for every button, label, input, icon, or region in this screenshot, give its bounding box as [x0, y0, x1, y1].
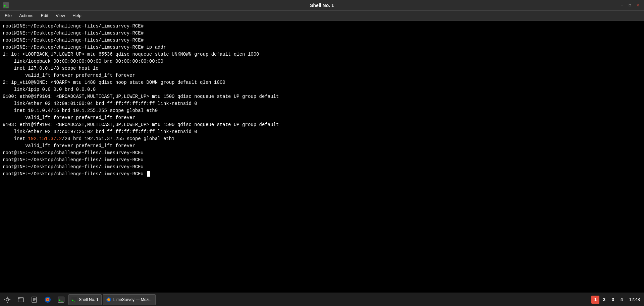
svg-text:▶_: ▶_ — [59, 298, 63, 302]
term-line: root@INE:~/Desktop/challenge-files/Limes… — [3, 149, 641, 157]
cursor — [147, 171, 150, 177]
term-line: inet 10.1.0.4/16 brd 10.1.255.255 scope … — [3, 107, 641, 114]
ip-address: 192.151.37.2 — [28, 136, 62, 141]
taskbar-icon-files[interactable] — [15, 294, 27, 306]
term-line: link/loopback 00:00:00:00:00:00 brd 00:0… — [3, 58, 641, 65]
menu-help[interactable]: Help — [69, 12, 85, 19]
term-line: valid_lft forever preferred_lft forever — [3, 114, 641, 121]
minimize-button[interactable]: − — [619, 2, 625, 9]
term-line-ip: inet 192.151.37.2/24 brd 192.151.37.255 … — [3, 135, 641, 142]
term-line: link/ether 02:42:0a:01:00:04 brd ff:ff:f… — [3, 100, 641, 107]
terminal[interactable]: root@INE:~/Desktop/challenge-files/Limes… — [0, 21, 644, 293]
term-line: link/ether 02:42:c0:97:25:02 brd ff:ff:f… — [3, 128, 641, 135]
term-line: inet 127.0.0.1/8 scope host lo — [3, 65, 641, 72]
menubar: File Actions Edit View Help — [0, 11, 644, 21]
svg-text:▶_: ▶_ — [72, 299, 75, 302]
svg-point-24 — [107, 298, 110, 301]
taskbar-icon-settings[interactable] — [1, 294, 13, 306]
taskbar-app-shell[interactable]: ▶_ Shell No. 1 — [68, 294, 102, 305]
term-line: 9100: eth0@if9101: <BROADCAST,MULTICAST,… — [3, 93, 641, 100]
menu-actions[interactable]: Actions — [16, 12, 37, 19]
term-line-active[interactable]: root@INE:~/Desktop/challenge-files/Limes… — [3, 171, 641, 178]
desktop-4[interactable]: 4 — [618, 296, 626, 304]
term-line: link/ipip 0.0.0.0 brd 0.0.0.0 — [3, 86, 641, 93]
svg-text:▶_: ▶_ — [4, 4, 8, 8]
titlebar: ▶_ Shell No. 1 − ❐ ✕ — [0, 0, 644, 11]
taskbar-app-limesurvey-label: LimeSurvey — Mozi... — [113, 297, 153, 302]
term-line: root@INE:~/Desktop/challenge-files/Limes… — [3, 30, 641, 37]
desktop-3[interactable]: 3 — [609, 296, 617, 304]
term-line: 2: ip_vti0@NONE: <NOARP> mtu 1480 qdisc … — [3, 79, 641, 86]
taskbar-icon-firefox[interactable] — [42, 294, 54, 306]
menu-edit[interactable]: Edit — [38, 12, 52, 19]
taskbar-icon-editor[interactable] — [28, 294, 40, 306]
desktop-1[interactable]: 1 — [591, 296, 599, 304]
titlebar-title: Shell No. 1 — [310, 3, 334, 8]
menu-file[interactable]: File — [1, 12, 15, 19]
term-line: root@INE:~/Desktop/challenge-files/Limes… — [3, 44, 641, 51]
term-line: root@INE:~/Desktop/challenge-files/Limes… — [3, 164, 641, 171]
term-line: 9103: eth1@if9104: <BROADCAST,MULTICAST,… — [3, 121, 641, 128]
titlebar-left: ▶_ — [3, 2, 9, 9]
term-line: 1: lo: <LOOPBACK,UP,LOWER_UP> mtu 65536 … — [3, 51, 641, 58]
term-line: valid_lft forever preferred_lft forever — [3, 142, 641, 149]
taskbar-app-shell-label: Shell No. 1 — [79, 297, 99, 302]
term-line: valid_lft forever preferred_lft forever — [3, 72, 641, 79]
taskbar: ▶_ ▶_ Shell No. 1 LimeSurvey — Mozi... 1… — [0, 293, 644, 306]
term-line: root@INE:~/Desktop/challenge-files/Limes… — [3, 23, 641, 30]
taskbar-icon-terminal[interactable]: ▶_ — [55, 294, 67, 306]
term-line: root@INE:~/Desktop/challenge-files/Limes… — [3, 157, 641, 164]
taskbar-right: 1 2 3 4 12:48 — [591, 296, 643, 304]
titlebar-controls: − ❐ ✕ — [619, 2, 641, 9]
menu-view[interactable]: View — [52, 12, 68, 19]
svg-point-17 — [47, 299, 49, 300]
desktop-2[interactable]: 2 — [600, 296, 608, 304]
time-display: 12:48 — [626, 297, 643, 302]
taskbar-app-limesurvey[interactable]: LimeSurvey — Mozi... — [103, 294, 156, 305]
term-line: root@INE:~/Desktop/challenge-files/Limes… — [3, 37, 641, 44]
maximize-button[interactable]: ❐ — [627, 2, 633, 9]
window-icon: ▶_ — [3, 2, 9, 9]
close-button[interactable]: ✕ — [635, 2, 641, 9]
